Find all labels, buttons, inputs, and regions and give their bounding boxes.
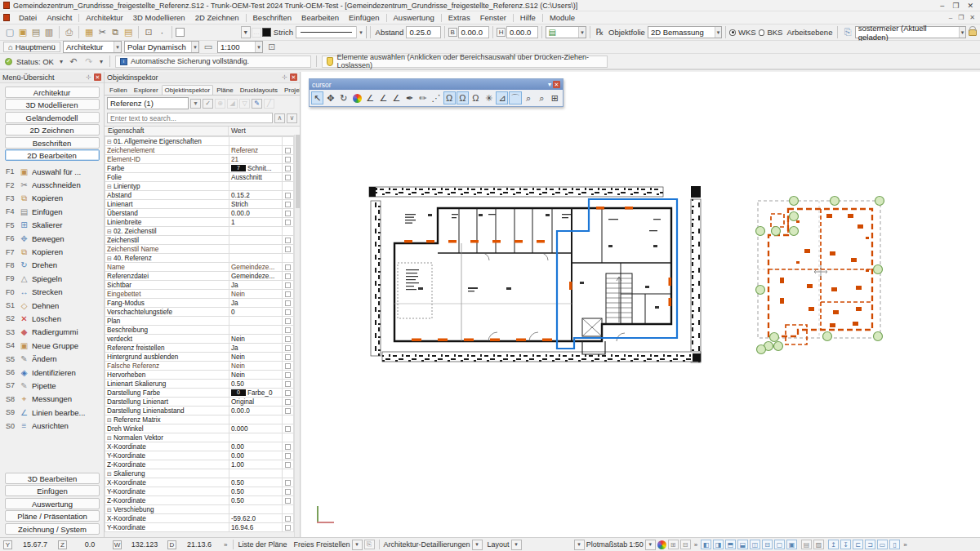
property-checkbox[interactable] <box>285 372 291 378</box>
window-arrange-icon[interactable]: ▣ <box>786 540 797 549</box>
property-row[interactable]: ⊟Sichtbar Ja <box>105 281 294 290</box>
property-checkbox[interactable] <box>285 516 291 522</box>
cursor-tool-icon[interactable]: ⊿ <box>496 91 508 104</box>
property-row[interactable]: ⊟Hintergrund ausblenden Nein <box>105 353 294 362</box>
h-input[interactable]: 0.00.0 <box>506 26 538 38</box>
property-row[interactable]: ⊟Fang-Modus Ja <box>105 299 294 308</box>
menu-item[interactable]: Einfügen <box>344 12 385 23</box>
sidebar-tool-item[interactable]: F3 ⧉ Kopieren <box>0 192 104 205</box>
sidebar-category-button[interactable]: 3D Modellieren <box>5 99 100 110</box>
arbeitsebene-label[interactable]: Arbeitsebene <box>785 28 834 37</box>
window-arrange-icon[interactable]: ◫ <box>750 540 760 549</box>
add-button[interactable]: ⊕ <box>215 99 225 109</box>
layer-color-select[interactable]: ▤▾ <box>546 26 586 38</box>
property-row[interactable]: ⊟X-Koordinate 0.00 <box>105 442 294 451</box>
property-row[interactable]: ⊟Y-Koordinate 0.50 <box>105 487 294 496</box>
property-row[interactable]: ⊟Referenzdatei Gemeindeze... <box>105 272 294 281</box>
lock-icon[interactable] <box>969 29 977 36</box>
property-row[interactable]: ⊟Linienart Skalierung 0.50 <box>105 380 294 389</box>
property-row[interactable]: ⊟Skalierung <box>105 469 294 478</box>
property-checkbox[interactable] <box>285 148 291 153</box>
undo-icon[interactable]: ↶ <box>67 56 80 68</box>
cursor-tool-icon[interactable]: ✥ <box>324 91 336 104</box>
cursor-toolbar-titlebar[interactable]: cursor ▾ ✕ <box>310 79 563 90</box>
sidebar-tool-item[interactable]: S6 ◈ Identifizieren <box>0 366 104 379</box>
cursor-tool-icon[interactable]: Ω <box>457 91 469 104</box>
bks-radio[interactable] <box>759 29 765 36</box>
menu-item[interactable]: Architektur <box>81 12 127 23</box>
layout-dropdown[interactable]: ▾ <box>511 540 522 550</box>
cursor-tool-icon[interactable]: ∠ <box>377 91 390 104</box>
property-checkbox[interactable] <box>285 193 291 198</box>
reference-plan-drawing[interactable] <box>756 197 884 354</box>
color-more-button[interactable]: … <box>252 28 262 38</box>
menu-item[interactable]: Module <box>545 12 580 23</box>
property-checkbox[interactable] <box>285 498 291 504</box>
sidebar-tool-item[interactable]: F8 ↻ Drehen <box>0 259 104 272</box>
sidebar-tool-item[interactable]: F9 △ Spiegeln <box>0 272 104 285</box>
window-arrange-icon[interactable]: ⊟ <box>762 540 773 549</box>
wks-radio[interactable] <box>729 29 736 36</box>
property-checkbox[interactable] <box>285 220 291 225</box>
inspector-tab[interactable]: Pläne <box>213 85 236 95</box>
property-row[interactable]: ⊟Darstellung Linienabstand 0.00.0 <box>105 407 294 415</box>
plan-sheet-icon[interactable]: ⎘ <box>364 540 375 549</box>
cursor-tool-icon[interactable]: ✒ <box>403 91 416 104</box>
sidebar-category-button[interactable]: Geländemodell <box>5 112 100 123</box>
view-tool-icon[interactable]: ⊐ <box>865 540 875 549</box>
sidebar-tool-item[interactable]: F0 ↔ Strecken <box>0 286 104 299</box>
property-checkbox[interactable] <box>285 273 291 279</box>
freies-freistellen-label[interactable]: Freies Freistellen <box>294 540 350 549</box>
hauptmenu-button[interactable]: ⌂Hauptmenü <box>3 42 60 52</box>
sidebar-tool-item[interactable]: F4 ▤ Einfügen <box>0 205 104 218</box>
sidebar-category-button[interactable]: 2D Zeichnen <box>5 124 100 136</box>
property-checkbox[interactable] <box>285 175 291 180</box>
property-row[interactable]: ⊟Referenz freistellen Ja <box>105 344 294 353</box>
property-checkbox[interactable] <box>285 238 291 243</box>
property-checkbox[interactable] <box>285 211 291 216</box>
property-checkbox[interactable] <box>285 390 291 396</box>
menu-item[interactable]: Hilfe <box>515 12 541 23</box>
menu-item[interactable]: 2D Zeichnen <box>190 12 244 23</box>
property-row[interactable]: ⊟Beschreibung <box>105 326 294 335</box>
property-row[interactable]: ⊟Falsche Referenz Nein <box>105 362 294 371</box>
sidebar-category-button[interactable]: Auswertung <box>5 498 100 509</box>
pin-icon[interactable]: ⊹ <box>282 73 287 81</box>
menu-item[interactable]: Datei <box>14 12 42 23</box>
sidebar-category-button[interactable]: Einfügen <box>5 485 100 496</box>
display-mode-icon[interactable]: ▨ <box>813 540 824 549</box>
sidebar-tool-item[interactable]: S3 ◆ Radiergummi <box>0 326 104 339</box>
property-row[interactable]: ⊟Name Gemeindeze... <box>105 263 294 272</box>
sidebar-category-button[interactable]: Architektur <box>5 87 100 98</box>
toolbar-icon[interactable]: ▤ <box>29 26 42 38</box>
cursor-tool-icon[interactable]: ↖ <box>311 91 323 104</box>
inspector-close-icon[interactable]: ✕ <box>290 73 297 81</box>
mdi-close-button[interactable]: ✕ <box>969 14 975 21</box>
property-row[interactable]: ⊟01. Allgemeine Eigenschaften <box>105 137 294 146</box>
overflow-chevron[interactable]: » <box>222 541 229 549</box>
cursor-tool-icon[interactable]: ∠ <box>364 91 376 104</box>
property-checkbox[interactable] <box>285 202 291 207</box>
cursor-tool-icon[interactable]: ↻ <box>337 91 350 104</box>
property-search-input[interactable] <box>107 113 273 123</box>
sidebar-tool-item[interactable]: S7 ✎ Pipette <box>0 379 104 392</box>
sidebar-tool-item[interactable]: S9 ∠ Linien bearbe... <box>0 406 104 419</box>
brush-button[interactable]: ◢ <box>227 99 238 109</box>
property-row[interactable]: ⊟Linienbreite 1 <box>105 218 294 227</box>
b-input[interactable]: 0.00.0 <box>458 26 490 38</box>
toolbar-icon[interactable]: ⧉ <box>109 26 122 38</box>
property-row[interactable]: ⊟Folie Ausschnitt <box>105 173 294 182</box>
view-tool-icon[interactable]: ▭ <box>877 540 888 549</box>
sidebar-tool-item[interactable]: S4 ▣ Neue Gruppe <box>0 339 104 352</box>
property-checkbox[interactable] <box>285 264 291 270</box>
property-row[interactable]: ⊟Darstellung Farbe 0Farbe_0 <box>105 389 294 398</box>
pen-button[interactable]: ╱ <box>264 99 274 109</box>
mdi-restore-button[interactable]: ❐ <box>958 14 964 21</box>
cursor-tool-icon[interactable]: ⌒ <box>509 91 521 104</box>
reference-center-handle[interactable] <box>814 265 827 278</box>
toolbar-icon[interactable]: ⊡ <box>142 26 155 38</box>
cursor-tool-icon[interactable]: ⊞ <box>549 91 561 104</box>
display-mode-icon[interactable]: ▤ <box>801 540 812 549</box>
property-checkbox[interactable] <box>285 157 291 162</box>
detail-level-label[interactable]: Architektur-Detaillierungen <box>384 540 470 549</box>
